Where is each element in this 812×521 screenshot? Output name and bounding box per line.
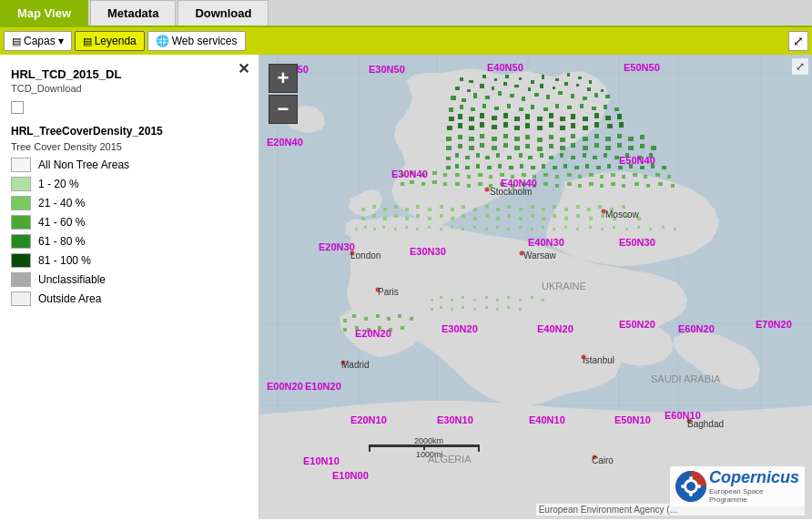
legend-item-label: All Non Tree Areas [38, 158, 129, 171]
svg-rect-311 [398, 314, 401, 318]
svg-rect-117 [640, 135, 645, 139]
svg-rect-21 [542, 75, 544, 79]
svg-rect-286 [451, 226, 453, 229]
expand-map-button[interactable]: ⤢ [792, 58, 808, 75]
svg-rect-233 [416, 205, 420, 209]
tab-download[interactable]: Download [178, 0, 269, 26]
svg-rect-133 [617, 143, 622, 148]
svg-rect-223 [622, 184, 625, 188]
svg-rect-198 [622, 175, 625, 179]
svg-rect-158 [455, 164, 459, 169]
svg-rect-121 [480, 143, 484, 148]
svg-rect-82 [605, 116, 611, 120]
fullscreen-button[interactable]: ⤢ [788, 31, 808, 51]
svg-rect-313 [343, 328, 347, 332]
svg-rect-191 [543, 173, 548, 177]
svg-rect-279 [373, 228, 376, 230]
svg-rect-81 [594, 113, 599, 118]
svg-rect-141 [485, 156, 490, 159]
svg-rect-247 [576, 205, 580, 209]
svg-rect-36 [576, 84, 579, 87]
svg-rect-99 [619, 122, 624, 128]
svg-rect-96 [583, 126, 588, 130]
svg-rect-35 [564, 82, 568, 86]
zoom-out-button[interactable]: − [269, 95, 298, 124]
svg-rect-243 [531, 205, 534, 209]
svg-rect-206 [432, 180, 437, 184]
svg-rect-127 [549, 144, 553, 148]
svg-rect-272 [589, 217, 593, 220]
main-content: ✕ HRL_TCD_2015_DL TCD_Download HRL_TreeC… [0, 55, 812, 519]
layers-button[interactable]: ▤ Capas ▾ [4, 31, 72, 51]
svg-rect-59 [519, 107, 523, 111]
zoom-in-button[interactable]: + [269, 64, 298, 93]
svg-rect-310 [387, 317, 391, 321]
svg-rect-58 [507, 104, 511, 108]
svg-rect-145 [528, 156, 533, 159]
close-legend-button[interactable]: ✕ [238, 60, 249, 77]
svg-rect-70 [469, 117, 474, 121]
svg-rect-132 [605, 146, 611, 150]
svg-rect-333 [462, 306, 464, 309]
svg-rect-171 [596, 166, 601, 169]
svg-rect-274 [613, 217, 616, 220]
dropdown-icon: ▾ [58, 35, 64, 47]
svg-rect-187 [500, 173, 504, 177]
svg-rect-60 [531, 105, 534, 109]
svg-rect-156 [649, 153, 653, 158]
svg-rect-39 [451, 96, 456, 100]
svg-rect-130 [583, 146, 588, 150]
svg-rect-71 [480, 113, 484, 118]
svg-rect-34 [553, 87, 555, 89]
legend-button[interactable]: ▤ Leyenda [75, 31, 145, 51]
tab-metadata[interactable]: Metadata [90, 0, 176, 26]
svg-rect-337 [507, 306, 510, 309]
svg-rect-293 [531, 228, 533, 230]
map-area[interactable]: 2000km 1000mi E20N50E30N50E40N50E50N50E2… [259, 55, 812, 519]
map-toolbar: ▤ Capas ▾ ▤ Leyenda 🌐 Web services ⤢ [0, 27, 812, 55]
svg-rect-317 [389, 328, 392, 332]
legend-item: 21 - 40 % [11, 196, 248, 210]
legend-color-swatch [11, 177, 31, 191]
svg-rect-111 [571, 134, 575, 138]
svg-rect-74 [514, 117, 520, 121]
copernicus-tagline: European Space Programme [709, 487, 782, 505]
svg-rect-334 [473, 308, 476, 311]
legend-item: All Non Tree Areas [11, 158, 248, 172]
svg-rect-257 [416, 214, 420, 218]
svg-rect-119 [458, 144, 462, 148]
svg-rect-299 [601, 228, 604, 230]
tab-map-view[interactable]: Map View [0, 0, 88, 26]
svg-rect-307 [352, 314, 356, 318]
svg-rect-207 [443, 182, 447, 186]
svg-rect-199 [633, 173, 637, 177]
legend-item: 41 - 60 % [11, 215, 248, 230]
legend-color-swatch [11, 291, 31, 306]
svg-rect-148 [560, 153, 563, 158]
svg-rect-16 [482, 75, 486, 78]
svg-rect-273 [601, 214, 604, 218]
svg-rect-147 [549, 156, 553, 159]
svg-rect-321 [451, 299, 453, 301]
layer1-checkbox[interactable] [11, 101, 24, 114]
svg-rect-232 [405, 208, 409, 211]
svg-rect-20 [531, 80, 534, 84]
svg-rect-196 [600, 175, 604, 179]
svg-rect-288 [473, 226, 476, 229]
svg-rect-303 [649, 228, 652, 230]
svg-rect-180 [421, 173, 425, 177]
svg-rect-91 [525, 123, 530, 128]
svg-rect-123 [503, 143, 508, 148]
svg-rect-138 [455, 153, 459, 158]
svg-rect-349 [369, 444, 370, 452]
svg-rect-297 [576, 228, 579, 230]
svg-rect-28 [480, 84, 484, 88]
svg-rect-33 [540, 84, 543, 88]
webservices-button[interactable]: 🌐 Web services [147, 31, 246, 51]
legend-color-swatch [11, 215, 31, 230]
svg-rect-203 [401, 182, 404, 186]
svg-rect-149 [571, 156, 575, 159]
svg-rect-260 [451, 217, 454, 220]
svg-point-356 [686, 482, 695, 491]
svg-rect-201 [655, 173, 660, 177]
